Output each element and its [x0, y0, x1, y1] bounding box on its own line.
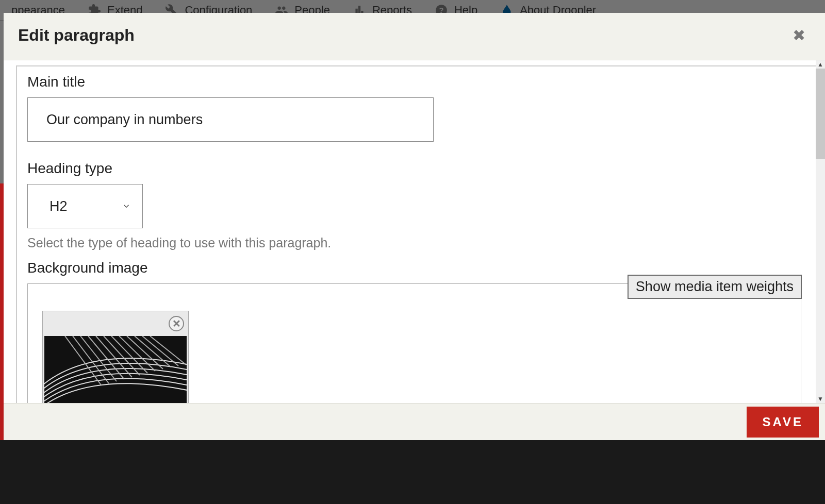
chevron-down-icon	[122, 201, 131, 211]
thumbnail-image	[44, 336, 187, 403]
media-thumbnail: ✕	[42, 311, 189, 403]
modal-footer: SAVE	[4, 403, 825, 440]
remove-media-icon[interactable]: ✕	[169, 316, 184, 331]
modal-header: Edit paragraph ✖	[4, 13, 825, 60]
heading-type-label: Heading type	[27, 160, 801, 177]
scroll-track[interactable]	[816, 69, 825, 395]
modal-body: Main title Heading type H2 Select the ty…	[16, 65, 816, 403]
main-title-label: Main title	[27, 74, 801, 90]
show-media-weights-button[interactable]: Show media item weights	[628, 275, 802, 299]
scroll-thumb[interactable]	[816, 69, 825, 159]
heading-type-select[interactable]: H2	[27, 184, 143, 228]
scroll-down-icon[interactable]: ▼	[816, 395, 825, 403]
background-bottom	[0, 440, 825, 504]
edit-paragraph-modal: Edit paragraph ✖ Main title Heading type…	[4, 13, 825, 440]
background-accent	[0, 183, 4, 440]
modal-title: Edit paragraph	[18, 26, 135, 45]
scroll-up-icon[interactable]: ▲	[816, 60, 825, 69]
background-image-box: Show media item weights ✕	[27, 283, 801, 403]
bg-image-label: Background image	[27, 260, 801, 276]
select-value: H2	[50, 198, 68, 214]
heading-type-help: Select the type of heading to use with t…	[27, 236, 801, 250]
main-title-input[interactable]	[27, 97, 434, 142]
close-icon[interactable]: ✖	[787, 24, 811, 46]
vertical-scrollbar[interactable]: ▲ ▼	[816, 60, 825, 403]
save-button[interactable]: SAVE	[747, 407, 819, 438]
